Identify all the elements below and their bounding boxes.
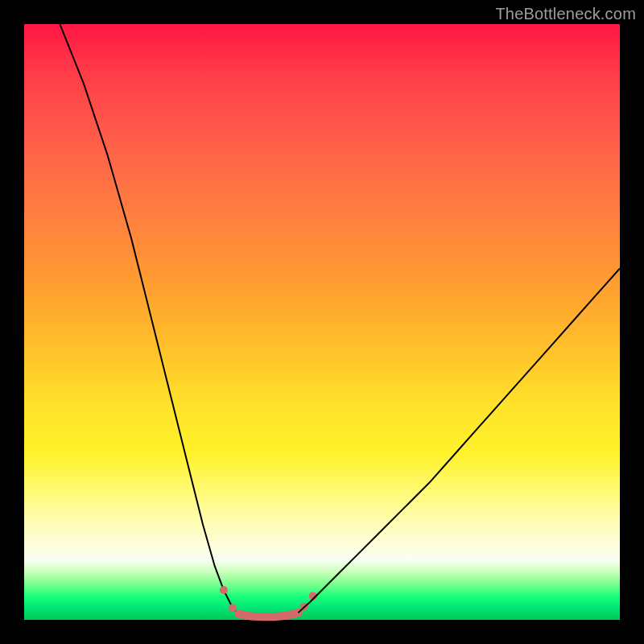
plot-area (24, 24, 620, 620)
series-left-descent (60, 24, 238, 614)
watermark-text: TheBottleneck.com (495, 5, 636, 23)
marker-dot (229, 604, 237, 612)
series-right-ascent (298, 268, 620, 613)
marker-dot (220, 586, 228, 594)
chart-frame: TheBottleneck.com (0, 0, 644, 644)
marker-dot (234, 610, 242, 618)
chart-svg (24, 24, 620, 620)
series-flat-valley-marker (238, 613, 298, 617)
